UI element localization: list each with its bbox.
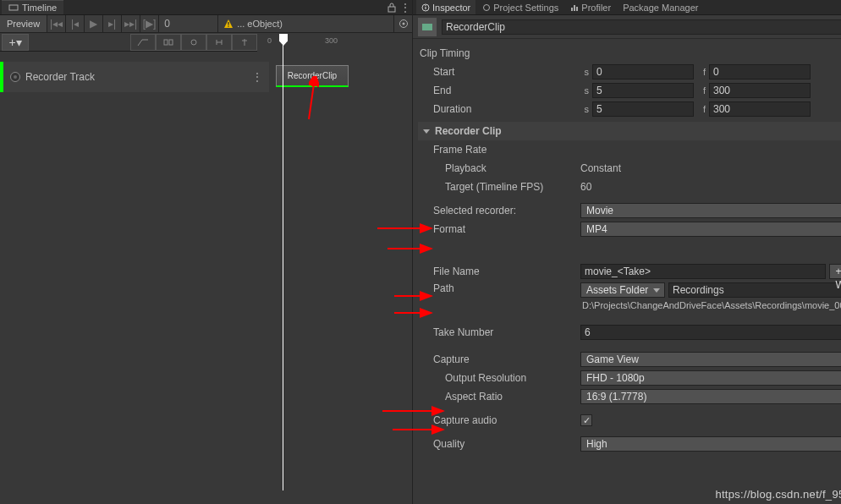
tab-timeline-label: Timeline (22, 3, 57, 13)
file-name-input[interactable] (580, 264, 826, 279)
tab-profiler[interactable]: Profiler (565, 0, 616, 14)
dur-s-input[interactable] (592, 101, 694, 117)
label-path: Path (418, 282, 575, 294)
tab-timeline[interactable]: Timeline (2, 0, 63, 14)
lock-icon[interactable] (385, 1, 399, 14)
timeline-binding[interactable]: ... eObject) (218, 19, 393, 29)
dropdown-capture[interactable]: Game View (580, 352, 841, 367)
svg-point-5 (402, 23, 404, 25)
profiler-icon (570, 3, 579, 12)
take-input[interactable] (580, 325, 841, 340)
warning-icon (223, 19, 234, 29)
go-start-button[interactable]: |◂◂ (47, 15, 66, 32)
ruler-tick-300: 300 (325, 36, 338, 45)
gear-icon (482, 3, 491, 12)
add-track-button[interactable]: +▾ (2, 34, 29, 51)
svg-rect-15 (574, 5, 575, 11)
snap-button[interactable] (206, 34, 232, 51)
mix-mode-button[interactable] (130, 34, 156, 51)
start-f-input[interactable] (709, 64, 811, 79)
clip-name-input[interactable] (442, 19, 841, 35)
track-area: Recorder Track ⋮ RecorderClip (0, 52, 412, 504)
chevron-down-icon (423, 129, 430, 134)
label-capture-audio: Capture audio (418, 414, 575, 426)
tab-project-settings[interactable]: Project Settings (477, 0, 563, 14)
record-icon (10, 72, 20, 82)
track-header[interactable]: Recorder Track ⋮ (0, 62, 269, 92)
dropdown-output-res[interactable]: FHD - 1080p (580, 370, 841, 386)
dropdown-aspect[interactable]: 16:9 (1.7778) (580, 389, 841, 404)
ripple-mode-button[interactable] (156, 34, 181, 51)
svg-point-8 (191, 40, 196, 45)
label-take: Take Number (418, 326, 575, 338)
wildcards-button[interactable]: + Wildcard (829, 264, 841, 279)
inspector-panel: Inspector Project Settings Profiler Pack… (413, 0, 841, 504)
timeline-icon (8, 3, 19, 13)
svg-rect-16 (576, 7, 578, 11)
track-lane[interactable]: RecorderClip (269, 62, 412, 92)
timeline-ruler[interactable]: 0 300 (257, 33, 412, 52)
dur-f-input[interactable] (709, 101, 811, 117)
recorder-clip[interactable]: RecorderClip (276, 65, 349, 87)
checkbox-capture-audio[interactable]: ✓ (580, 414, 592, 426)
start-s-input[interactable] (592, 64, 694, 79)
context-menu-icon[interactable]: ⋮ (399, 1, 412, 14)
current-frame[interactable]: 0 (159, 15, 218, 32)
dropdown-selected-recorder[interactable]: Movie (580, 203, 841, 218)
gear-icon (399, 19, 409, 29)
track-name: Recorder Track (25, 71, 252, 83)
label-duration: Duration (418, 103, 575, 115)
path-input[interactable] (668, 282, 841, 298)
section-clip-timing: Clip Timing (418, 44, 841, 63)
svg-rect-18 (422, 24, 432, 30)
label-selected-recorder: Selected recorder: (418, 205, 575, 216)
track-row: Recorder Track ⋮ RecorderClip (0, 62, 412, 92)
end-f-input[interactable] (709, 83, 811, 98)
label-capture: Capture (418, 353, 575, 365)
svg-rect-11 (425, 7, 426, 9)
label-output-res: Output Resolution (418, 372, 575, 384)
go-end-button[interactable]: ▸▸| (122, 15, 140, 32)
dropdown-format[interactable]: MP4 (580, 222, 841, 237)
foldout-recorder-clip[interactable]: Recorder Clip (418, 122, 841, 140)
clip-icon (418, 18, 437, 36)
svg-rect-7 (169, 40, 173, 45)
track-menu-button[interactable]: ⋮ (252, 71, 262, 83)
value-target: 60 (580, 181, 591, 193)
svg-rect-6 (164, 40, 168, 45)
label-file-name: File Name (418, 266, 575, 277)
svg-rect-14 (571, 8, 573, 11)
dropdown-path-root[interactable]: Assets Folder (580, 282, 665, 298)
timeline-binding-label: ... eObject) (237, 19, 283, 29)
svg-point-13 (484, 4, 490, 10)
label-end: End (418, 85, 575, 96)
play-range-button[interactable]: [▶] (140, 15, 159, 32)
ruler-tick-0: 0 (267, 36, 272, 45)
inspector-tabbar: Inspector Project Settings Profiler Pack… (413, 0, 841, 15)
pin-button[interactable] (232, 34, 257, 51)
timeline-toolbar: Preview |◂◂ |◂ ▶ ▸| ▸▸| [▶] 0 ... eObjec… (0, 15, 412, 33)
label-aspect: Aspect Ratio (418, 391, 575, 403)
prev-frame-button[interactable]: |◂ (66, 15, 85, 32)
svg-rect-0 (9, 5, 18, 10)
watermark: https://blog.csdn.net/f_957995490 (715, 488, 841, 501)
label-quality: Quality (418, 438, 575, 450)
tab-inspector[interactable]: Inspector (416, 0, 475, 14)
play-button[interactable]: ▶ (85, 15, 103, 32)
timeline-tabbar: Timeline ⋮ (0, 0, 412, 15)
inspector-header: ? ⋮ (413, 15, 841, 39)
value-playback: Constant (580, 162, 621, 174)
tab-package-manager[interactable]: Package Manager (618, 0, 703, 14)
dropdown-quality[interactable]: High (580, 436, 841, 452)
svg-rect-2 (228, 22, 229, 25)
end-s-input[interactable] (592, 83, 694, 98)
svg-rect-3 (228, 26, 229, 27)
transport-controls: |◂◂ |◂ ▶ ▸| ▸▸| [▶] (47, 15, 159, 32)
timeline-settings-button[interactable] (393, 15, 412, 32)
next-frame-button[interactable]: ▸| (103, 15, 122, 32)
inspector-body: Clip Timing Start s f End s f Duration s (413, 39, 841, 504)
preview-button[interactable]: Preview (0, 15, 47, 32)
svg-rect-1 (388, 7, 395, 12)
label-target: Target (Timeline FPS) (418, 181, 575, 193)
replace-mode-button[interactable] (181, 34, 206, 51)
